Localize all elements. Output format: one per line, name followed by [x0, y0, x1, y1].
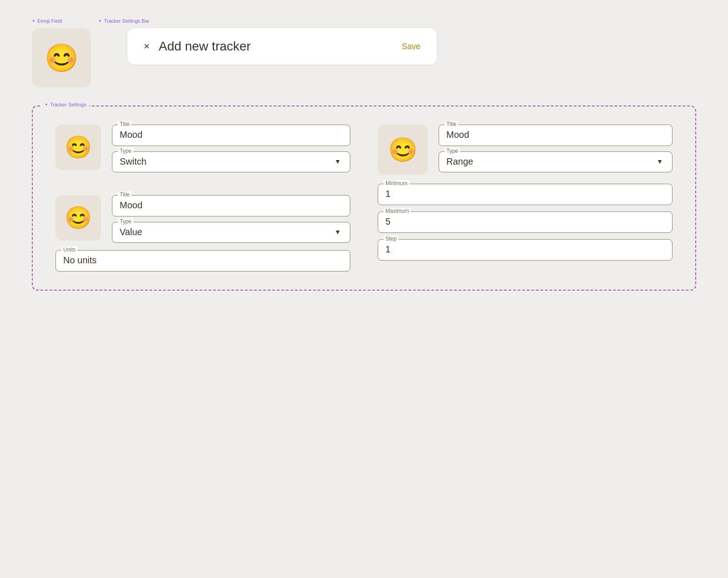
value-type-field: Type Switch Value Range ▼: [112, 222, 350, 243]
tracker-item-value-wrapper: 😊 Title Type Switch: [56, 195, 350, 271]
units-label: Units: [61, 246, 77, 253]
tracker-settings-bar: × Add new tracker Save: [127, 28, 437, 65]
switch-type-select[interactable]: Switch Value Range: [120, 156, 343, 166]
tracker-settings-bar-annotation: Tracker Settings Bar: [98, 18, 149, 24]
units-field: Units: [56, 250, 350, 271]
tracker-item-value: 😊 Title Type Switch: [56, 195, 350, 243]
range-title-input[interactable]: [446, 130, 665, 140]
range-title-field: Title: [439, 125, 672, 146]
range-type-label: Type: [445, 148, 460, 154]
minimum-field: Minimum: [378, 184, 672, 205]
value-title-label: Title: [118, 191, 131, 198]
minimum-label: Minimum: [384, 180, 410, 186]
save-button[interactable]: Save: [402, 42, 420, 51]
range-type-field: Type Switch Value Range ▼: [439, 151, 672, 172]
tracker-settings-annotation: Tracker Settings: [42, 102, 89, 107]
maximum-field: Maximum: [378, 211, 672, 233]
right-column: 😊 Title Type Switch Value: [378, 125, 672, 271]
emoji-card-switch[interactable]: 😊: [56, 125, 101, 170]
tracker-settings-panel: Tracker Settings 😊 Title Typ: [32, 106, 696, 291]
value-fields: Title Type Switch Value Range: [112, 195, 350, 243]
value-type-select[interactable]: Switch Value Range: [120, 227, 343, 237]
tracker-bar-section: × Add new tracker Save: [127, 28, 710, 65]
emoji-card-range[interactable]: 😊: [378, 125, 428, 175]
step-field: Step: [378, 239, 672, 261]
range-type-select[interactable]: Switch Value Range: [446, 156, 665, 166]
range-numeric-fields: Minimum Maximum Step: [378, 184, 672, 261]
range-title-label: Title: [445, 121, 458, 127]
close-icon[interactable]: ×: [144, 40, 150, 52]
switch-fields: Title Type Switch Value Range: [112, 125, 350, 172]
value-title-field: Title: [112, 195, 350, 216]
left-column: 😊 Title Type Switch Value: [56, 125, 350, 271]
switch-type-label: Type: [118, 148, 133, 154]
emoji-field-annotation: Emoji Field: [32, 18, 62, 24]
minimum-input[interactable]: [385, 189, 665, 199]
step-label: Step: [384, 236, 399, 242]
switch-title-field: Title: [112, 125, 350, 146]
emoji-field-section: 😊: [32, 28, 91, 87]
tracker-item-range: 😊 Title Type Switch Value: [378, 125, 672, 175]
emoji-card-top[interactable]: 😊: [32, 28, 91, 87]
range-top-fields: Title Type Switch Value Range: [439, 125, 672, 172]
switch-title-label: Title: [118, 121, 131, 127]
emoji-card-value[interactable]: 😊: [56, 195, 101, 241]
switch-title-input[interactable]: [120, 130, 343, 140]
value-title-input[interactable]: [120, 200, 343, 211]
switch-type-field: Type Switch Value Range ▼: [112, 151, 350, 172]
page-title: Add new tracker: [159, 39, 251, 54]
units-input[interactable]: [63, 255, 343, 266]
maximum-label: Maximum: [384, 208, 411, 214]
tracker-item-switch: 😊 Title Type Switch Value: [56, 125, 350, 172]
step-input[interactable]: [385, 244, 665, 255]
value-type-label: Type: [118, 218, 133, 225]
maximum-input[interactable]: [385, 216, 665, 227]
